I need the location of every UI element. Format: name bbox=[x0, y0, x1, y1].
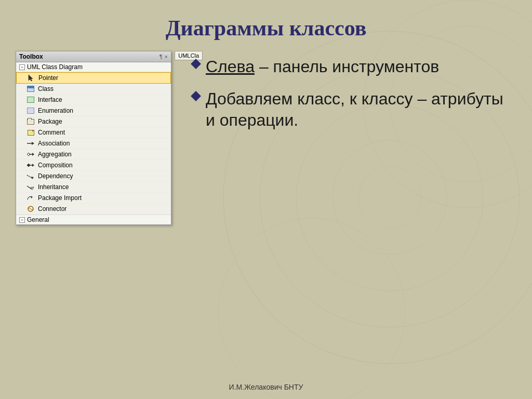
section-toggle-general[interactable]: − bbox=[19, 217, 25, 223]
svg-marker-10 bbox=[32, 142, 34, 145]
comment-icon bbox=[26, 128, 35, 137]
general-section-label: General bbox=[27, 216, 49, 223]
bullet-diamond-1 bbox=[191, 59, 201, 69]
interface-icon bbox=[26, 96, 35, 104]
pointer-label: Pointer bbox=[38, 74, 58, 82]
toolbox-item-class[interactable]: Class bbox=[16, 84, 171, 95]
svg-line-17 bbox=[27, 175, 32, 178]
svg-marker-21 bbox=[31, 196, 33, 198]
bullet-item-1: Слева – панель инструментов bbox=[192, 56, 506, 78]
toolbox-wrapper: Toolbox ¶ × − UML Class Diagram bbox=[16, 51, 171, 225]
toolbox-header: Toolbox ¶ × bbox=[16, 51, 171, 62]
class-label: Class bbox=[38, 85, 54, 92]
toolbox-close-icon[interactable]: × bbox=[165, 54, 168, 60]
toolbox-item-dependency[interactable]: Dependency bbox=[16, 171, 171, 182]
bullet-diamond-2 bbox=[191, 91, 201, 101]
toolbox-item-comment[interactable]: Comment bbox=[16, 127, 171, 138]
enumeration-label: Enumeration bbox=[38, 107, 73, 114]
page-title: Диаграммы классов bbox=[166, 16, 367, 41]
svg-marker-16 bbox=[32, 164, 34, 167]
general-section[interactable]: − General bbox=[16, 215, 171, 224]
toolbox-panel: Toolbox ¶ × − UML Class Diagram bbox=[16, 51, 171, 225]
uml-section-label: UML Class Diagram bbox=[27, 63, 83, 71]
dependency-label: Dependency bbox=[38, 172, 73, 180]
connector-icon bbox=[26, 205, 35, 213]
toolbox-item-connector[interactable]: Connector bbox=[16, 204, 171, 215]
bullet-text-1: Слева – панель инструментов bbox=[206, 56, 439, 78]
inheritance-label: Inheritance bbox=[38, 183, 69, 191]
association-icon bbox=[26, 139, 35, 148]
toolbox-item-package-import[interactable]: Package Import bbox=[16, 193, 171, 204]
content-wrapper: Диаграммы классов Toolbox ¶ × − UML Clas… bbox=[0, 0, 532, 399]
aggregation-label: Aggregation bbox=[38, 151, 72, 158]
toolbox-item-enumeration[interactable]: Enumeration bbox=[16, 105, 171, 116]
package-label: Package bbox=[38, 118, 62, 125]
toolbox-item-interface[interactable]: Interface bbox=[16, 95, 171, 105]
package-import-icon bbox=[26, 194, 35, 202]
inheritance-icon bbox=[26, 183, 35, 191]
toolbox-header-icons: ¶ × bbox=[159, 54, 168, 60]
toolbox-item-composition[interactable]: Composition bbox=[16, 160, 171, 171]
uml-tab[interactable]: UMLCla bbox=[175, 51, 203, 60]
svg-marker-20 bbox=[31, 187, 34, 190]
class-icon bbox=[26, 85, 35, 93]
bullet-item-2: Добавляем класс, к классу – атрибуты и о… bbox=[192, 88, 506, 131]
composition-icon bbox=[26, 161, 35, 169]
toolbox-item-association[interactable]: Association bbox=[16, 138, 171, 149]
svg-marker-13 bbox=[32, 153, 34, 156]
text-content: Слева – панель инструментов Добавляем кл… bbox=[182, 51, 516, 147]
toolbox-item-aggregation[interactable]: Aggregation bbox=[16, 149, 171, 160]
package-icon bbox=[26, 117, 35, 126]
toolbox-item-inheritance[interactable]: Inheritance bbox=[16, 182, 171, 193]
interface-label: Interface bbox=[38, 96, 62, 103]
pointer-icon bbox=[27, 74, 35, 82]
main-area: Toolbox ¶ × − UML Class Diagram bbox=[0, 51, 532, 225]
svg-marker-15 bbox=[27, 164, 30, 167]
toolbox-item-pointer[interactable]: Pointer bbox=[16, 72, 171, 84]
svg-marker-8 bbox=[29, 75, 33, 81]
toolbox-pin-icon[interactable]: ¶ bbox=[159, 54, 163, 60]
aggregation-icon bbox=[26, 150, 35, 158]
composition-label: Composition bbox=[38, 162, 73, 169]
toolbox-section-uml[interactable]: − UML Class Diagram bbox=[16, 62, 171, 72]
association-label: Association bbox=[38, 140, 70, 147]
underline-text-1: Слева bbox=[206, 57, 255, 76]
toolbox-title: Toolbox bbox=[19, 53, 43, 60]
bullet-text-2: Добавляем класс, к классу – атрибуты и о… bbox=[206, 88, 506, 131]
comment-label: Comment bbox=[38, 129, 65, 136]
package-import-label: Package Import bbox=[38, 194, 82, 202]
dependency-icon bbox=[26, 172, 35, 180]
connector-label: Connector bbox=[38, 205, 66, 212]
toolbox-item-package[interactable]: Package bbox=[16, 116, 171, 127]
section-toggle-uml[interactable]: − bbox=[19, 64, 25, 70]
enumeration-icon bbox=[26, 107, 35, 115]
